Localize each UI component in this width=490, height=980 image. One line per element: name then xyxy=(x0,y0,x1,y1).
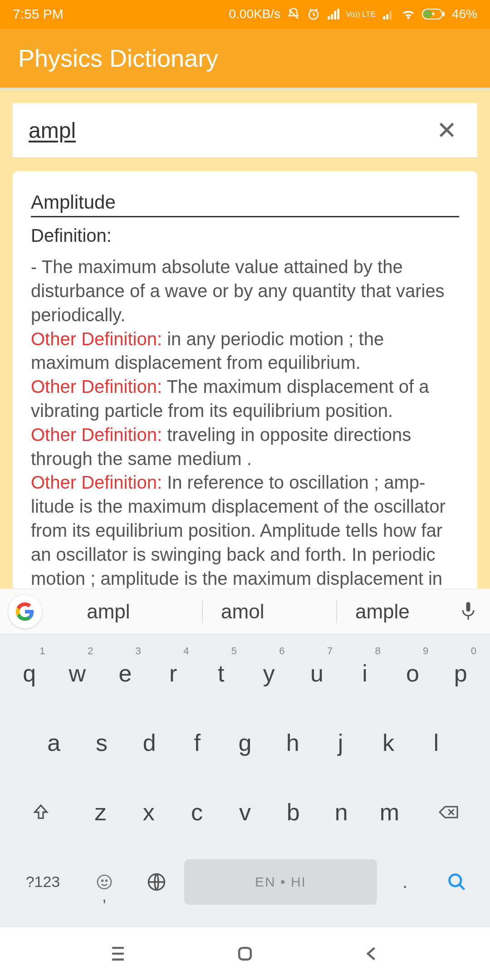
backspace-key[interactable] xyxy=(415,780,483,844)
key-b[interactable]: b xyxy=(271,780,315,844)
key-w[interactable]: w2 xyxy=(55,642,100,705)
svg-rect-3 xyxy=(423,10,432,18)
key-i[interactable]: i8 xyxy=(343,642,387,705)
spacebar[interactable]: EN • HI xyxy=(184,859,377,905)
other-def-label-3: Other Definition: xyxy=(31,425,162,445)
recents-button[interactable] xyxy=(108,944,128,964)
status-bar: 7:55 PM 0.00KB/s Vo)) LTE 46% xyxy=(0,0,490,29)
definition-card: Amplitude Definition: - The maximum abso… xyxy=(13,171,477,588)
key-t[interactable]: t5 xyxy=(199,642,243,705)
key-e[interactable]: e3 xyxy=(103,642,147,705)
key-d[interactable]: d xyxy=(127,711,172,774)
key-u[interactable]: u7 xyxy=(295,642,339,705)
key-k[interactable]: k xyxy=(366,711,410,774)
key-h[interactable]: h xyxy=(271,711,315,774)
svg-rect-2 xyxy=(443,12,445,16)
key-q[interactable]: q1 xyxy=(7,642,52,705)
wifi-icon xyxy=(401,7,416,21)
language-key[interactable] xyxy=(132,850,180,914)
status-icons: 0.00KB/s Vo)) LTE 46% xyxy=(229,7,477,21)
key-a[interactable]: a xyxy=(32,711,76,774)
other-def-label-1: Other Definition: xyxy=(31,329,162,349)
term-heading: Amplitude xyxy=(31,191,459,217)
key-c[interactable]: c xyxy=(175,780,219,844)
suggestion-1[interactable]: ampl xyxy=(69,600,148,623)
net-speed: 0.00KB/s xyxy=(229,7,280,21)
search-box[interactable]: ✕ xyxy=(13,103,477,157)
suggestion-2[interactable]: amol xyxy=(202,600,282,623)
svg-point-7 xyxy=(106,880,107,881)
alarm-icon xyxy=(307,7,320,21)
key-r[interactable]: r4 xyxy=(151,642,196,705)
content-area: ✕ Amplitude Definition: - The maximum ab… xyxy=(0,89,490,588)
suggestion-3[interactable]: ample xyxy=(336,600,428,623)
back-button[interactable] xyxy=(362,944,382,964)
mic-icon[interactable] xyxy=(455,601,482,622)
home-button[interactable] xyxy=(235,944,255,964)
definition-label: Definition: xyxy=(31,225,459,246)
key-v[interactable]: v xyxy=(223,780,267,844)
svg-rect-4 xyxy=(466,602,470,612)
mute-icon xyxy=(287,7,300,21)
def-primary: - The maximum absolute value attained by… xyxy=(31,257,445,325)
google-icon[interactable] xyxy=(8,595,42,628)
key-y[interactable]: y6 xyxy=(247,642,291,705)
other-def-label-4: Other Definition: xyxy=(31,472,162,492)
key-l[interactable]: l xyxy=(414,711,458,774)
key-s[interactable]: s xyxy=(79,711,123,774)
emoji-key[interactable]: , xyxy=(80,850,128,914)
search-key[interactable] xyxy=(433,850,481,914)
svg-point-6 xyxy=(102,880,103,881)
other-def-label-2: Other Definition: xyxy=(31,377,162,397)
battery-icon xyxy=(422,8,446,20)
key-x[interactable]: x xyxy=(127,780,171,844)
suggestions: ampl amol ample xyxy=(42,600,455,623)
signal2-icon xyxy=(382,8,395,20)
kb-row-2: asdfghjkl xyxy=(3,708,487,777)
period-key[interactable]: . xyxy=(381,850,429,914)
key-n[interactable]: n xyxy=(319,780,363,844)
key-j[interactable]: j xyxy=(318,711,363,774)
search-input[interactable] xyxy=(29,118,432,143)
volte-label: Vo)) LTE xyxy=(346,11,376,18)
kb-row-3: zxcvbnm xyxy=(3,778,487,847)
svg-rect-10 xyxy=(239,948,251,960)
app-header: Physics Dictionary xyxy=(0,29,490,90)
key-o[interactable]: o9 xyxy=(391,642,435,705)
key-f[interactable]: f xyxy=(175,711,219,774)
keyboard-suggestion-bar: ampl amol ample xyxy=(0,588,490,633)
definition-body: - The maximum absolute value attained by… xyxy=(31,255,459,588)
symbols-key[interactable]: ?123 xyxy=(9,850,77,914)
status-time: 7:55 PM xyxy=(13,6,64,22)
shift-key[interactable] xyxy=(7,780,75,844)
svg-point-9 xyxy=(449,874,461,886)
system-nav-bar xyxy=(0,927,490,980)
key-g[interactable]: g xyxy=(223,711,267,774)
clear-search-button[interactable]: ✕ xyxy=(432,112,461,149)
kb-row-4: ?123 , EN • HI . xyxy=(3,848,487,916)
key-z[interactable]: z xyxy=(78,780,123,844)
key-p[interactable]: p0 xyxy=(438,642,483,705)
battery-pct: 46% xyxy=(452,7,477,21)
keyboard: q1w2e3r4t5y6u7i8o9p0 asdfghjkl zxcvbnm ?… xyxy=(0,633,490,927)
signal-icon xyxy=(327,8,339,20)
app-title: Physics Dictionary xyxy=(18,44,218,72)
key-m[interactable]: m xyxy=(367,780,412,844)
kb-row-1: q1w2e3r4t5y6u7i8o9p0 xyxy=(3,639,487,708)
